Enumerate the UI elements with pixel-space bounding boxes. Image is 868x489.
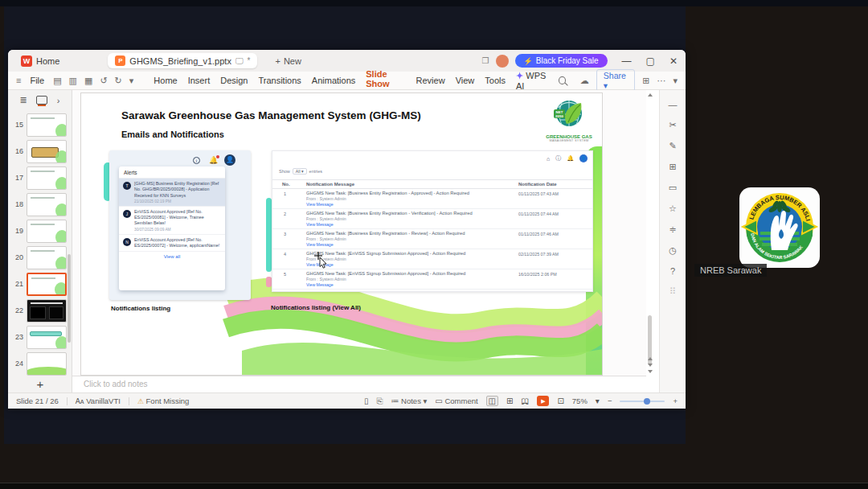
maximize-button[interactable]: ▢ [646,55,655,67]
thumbnail-row-22[interactable]: 22 [11,298,67,323]
add-slide-button[interactable]: + [8,377,72,391]
hamburger-icon[interactable]: ≡ [16,76,21,85]
menu-slide-show[interactable]: Slide Show [364,69,407,92]
thumbnail-row-15[interactable]: 15 [11,113,67,137]
slide-canvas[interactable]: Sarawak Greenhouse Gas Management System… [80,92,603,376]
thumbnail-row-16[interactable]: 16 [11,139,67,163]
reading-view-icon[interactable]: 🕮 [521,397,529,405]
slide-thumbnail[interactable] [27,140,67,163]
previous-slide-icon[interactable] [648,357,653,360]
zoom-in-button[interactable]: + [673,397,678,405]
slide-thumbnail[interactable] [27,326,67,349]
more-options-icon[interactable]: ⋯ [657,76,665,86]
thumbnail-row-19[interactable]: 19 [11,219,67,243]
account-avatar[interactable] [496,55,509,68]
task-pane-icon[interactable]: ▯ [364,397,369,405]
notes-area[interactable]: Click to add notes [72,376,646,392]
notes-toggle[interactable]: ≔ Notes ▾ [391,397,427,405]
minimize-button[interactable]: — [622,55,632,67]
slide-thumbnail[interactable] [27,352,67,376]
save-icon[interactable]: ▤ [53,76,61,86]
scroll-up-icon[interactable] [648,93,653,97]
menu-design[interactable]: Design [219,76,249,85]
undo-icon[interactable]: ↺ [100,76,107,86]
zoom-out-button[interactable]: − [608,397,612,405]
edit-icon[interactable]: ✎ [669,141,676,151]
home-tab[interactable]: W Home [16,53,69,69]
fullscreen-icon[interactable]: ⊡ [557,397,563,405]
slide-view-icon[interactable] [36,96,47,105]
history-icon[interactable]: ◷ [669,245,677,256]
slide-thumbnail[interactable] [27,220,67,243]
row-message: GHGMS New Task: [Business Entity Registr… [306,231,518,236]
normal-view-icon[interactable]: ◫ [486,396,498,406]
slide-thumbnail-selected[interactable] [27,273,67,296]
menu-animations[interactable]: Animations [310,76,357,85]
zoom-slider[interactable] [620,401,665,402]
handout-icon[interactable]: ⎘ [376,397,383,406]
output-icon[interactable]: ▥ [69,76,77,86]
chevron-down-icon[interactable]: ▾ [129,76,134,86]
menu-wps-ai[interactable]: ✦ WPS AI [514,71,551,91]
slide-thumbnail[interactable] [27,246,67,269]
zoom-level[interactable]: 75% [572,397,588,405]
menu-view[interactable]: View [454,76,477,85]
menu-home[interactable]: Home [152,76,178,85]
switch-window-icon[interactable]: ❐ [482,56,489,65]
shapes-icon[interactable]: ⊞ [669,162,676,172]
menu-tools[interactable]: Tools [483,76,507,85]
menu-review[interactable]: Review [415,76,447,85]
menu-transitions[interactable]: Transitions [256,76,302,85]
slide-scrollbar[interactable] [647,92,653,375]
thumbnail-row-18[interactable]: 18 [11,192,67,216]
black-friday-sale-button[interactable]: ⚡ Black Friday Sale [515,54,608,68]
zoom-chevron-icon[interactable]: ▾ [596,397,600,405]
thumbnail-row-21-selected[interactable]: 21 [11,272,67,296]
new-tab-button[interactable]: + New [275,56,301,66]
thumbnail-row-20[interactable]: 20 [11,245,67,269]
comment-pane-icon[interactable]: ▭ [669,183,677,193]
slide-sorter-icon[interactable]: ⊞ [506,397,513,405]
user-avatar-icon: 👤 [579,154,588,162]
slide-thumbnail[interactable] [27,299,67,323]
slideshow-play-button[interactable]: ▶ [537,396,549,406]
collapse-ribbon-icon[interactable]: ▾ [673,76,678,86]
slide-thumbnail[interactable] [27,113,67,137]
thumbnail-scrollbar[interactable] [68,254,71,343]
quick-tools-icon[interactable]: ✂ [669,120,676,130]
slide-thumbnail[interactable] [27,166,67,190]
close-button[interactable]: ✕ [669,55,678,67]
search-icon[interactable] [559,76,566,84]
apps-grid-icon[interactable]: ⠿ [669,286,676,297]
expand-panel-icon[interactable]: › [57,96,60,105]
font-missing-warning[interactable]: ⚠ Font Missing [137,397,190,405]
help-icon[interactable]: ? [670,266,675,276]
next-slide-icon[interactable] [648,364,653,367]
zoom-slider-handle[interactable] [644,398,650,405]
scroll-down-icon[interactable] [648,370,653,373]
settings-icon[interactable]: ≑ [669,224,676,235]
menu-insert[interactable]: Insert [186,76,212,85]
screenshot-alerts-dropdown: i 🔔 👤 Alerts T [GHG-MS] Business Entity … [109,150,251,300]
theme-indicator[interactable]: 🗛 VanillaVTI [76,397,121,406]
comment-button[interactable]: ▭ Comment [435,397,477,405]
redo-icon[interactable]: ↻ [115,76,122,86]
thumbnail-row-24[interactable]: 24 [11,351,67,376]
share-button[interactable]: Share ▾ [596,69,635,92]
cloud-sync-icon[interactable]: ☁ [580,76,589,86]
table-row: 3 GHGMS New Task: [Business Entity Regis… [272,229,592,249]
present-on-screen-icon[interactable]: 🖵 [235,56,244,66]
document-tab[interactable]: P GHGMS_Briefing_v1.pptx 🖵 * [108,53,257,68]
thumbnail-row-23[interactable]: 23 [11,325,67,349]
outline-view-icon[interactable]: ≣ [20,95,27,105]
thumbnail-row-17[interactable]: 17 [11,166,67,190]
collapse-rail-icon[interactable]: — [669,100,678,109]
ribbon-panel-icon[interactable]: ⊞ [642,76,649,86]
favorites-icon[interactable]: ☆ [669,203,677,214]
zoom-meeting-screen: W Home P GHGMS_Briefing_v1.pptx 🖵 * + Ne… [0,0,868,489]
row-no: 4 [272,249,306,269]
caption-left: Notifications listing [111,305,170,312]
print-icon[interactable]: ▦ [84,76,92,86]
menu-file[interactable]: File [28,76,46,85]
slide-thumbnail[interactable] [27,193,67,216]
